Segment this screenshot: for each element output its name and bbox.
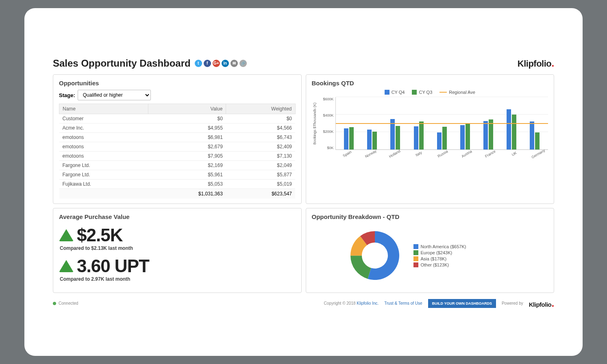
bar[interactable] — [460, 125, 465, 150]
twitter-icon[interactable]: t — [195, 60, 202, 67]
bar[interactable] — [349, 127, 354, 150]
gplus-icon[interactable]: G+ — [213, 60, 220, 67]
bar[interactable] — [414, 126, 418, 150]
table-row[interactable]: Customer$0$0 — [59, 114, 296, 124]
social-icons: t f G+ in ✉ 🔗 — [195, 60, 247, 67]
breakdown-title: Opportunity Breakdown - QTD — [312, 213, 548, 220]
total-weighted: $623,547 — [226, 189, 295, 199]
bar[interactable] — [512, 115, 516, 150]
opportunities-title: Opportunities — [59, 80, 296, 87]
email-icon[interactable]: ✉ — [231, 60, 238, 67]
kpi-upt-sub: Compared to 2.97K last month — [60, 276, 296, 282]
stage-label: Stage: — [59, 92, 75, 98]
trend-up-icon — [59, 229, 74, 241]
table-row[interactable]: Fargone Ltd.$2,169$2,049 — [59, 161, 296, 170]
stage-select[interactable]: Qualified or higher — [78, 90, 151, 100]
footer: Connected Copyright © 2018 Klipfolio Inc… — [53, 297, 554, 310]
total-value: $1,031,363 — [148, 189, 226, 199]
table-row[interactable]: emotoons$7,905$7,130 — [59, 152, 296, 161]
linkedin-icon[interactable]: in — [222, 60, 229, 67]
bar[interactable] — [466, 124, 470, 150]
bookings-title: Bookings QTD — [312, 80, 548, 87]
apv-panel: Average Purchase Value $2.5K Compared to… — [53, 208, 302, 293]
kpi-purchase-value: $2.5K — [77, 225, 122, 245]
col-value: Value — [148, 104, 226, 114]
donut-legend: North America ($657K)Europe ($243K)Asia … — [413, 243, 466, 269]
bar[interactable] — [396, 126, 400, 150]
connection-status: Connected — [59, 301, 78, 306]
col-weighted: Weighted — [226, 104, 295, 114]
trend-up-icon — [59, 260, 74, 272]
bar[interactable] — [535, 132, 540, 150]
opportunities-panel: Opportunities Stage: Qualified or higher… — [53, 74, 302, 204]
bar[interactable] — [372, 132, 377, 150]
brand-logo: Klipfolio — [518, 57, 554, 69]
table-row[interactable]: emotoons$2,679$2,409 — [59, 142, 296, 152]
footer-logo: Klipfolio — [529, 297, 554, 310]
bookings-legend: CY Q4 CY Q3 Regional Ave — [312, 90, 548, 95]
breakdown-panel: Opportunity Breakdown - QTD North Americ… — [306, 208, 555, 293]
donut-chart — [348, 229, 401, 282]
bar[interactable] — [442, 127, 447, 150]
apv-title: Average Purchase Value — [59, 213, 296, 220]
build-dashboard-button[interactable]: BUILD YOUR OWN DASHBOARDS — [428, 299, 496, 308]
table-row[interactable]: Acme Inc.$4,955$4,566 — [59, 124, 296, 133]
trust-link[interactable]: Trust & Terms of Use — [384, 301, 422, 306]
bar[interactable] — [489, 119, 493, 150]
kpi-purchase-sub: Compared to $2.13K last month — [60, 245, 296, 251]
bar[interactable] — [437, 132, 442, 150]
header: Sales Opportunity Dashboard t f G+ in ✉ … — [53, 57, 554, 69]
link-icon[interactable]: 🔗 — [239, 60, 247, 67]
opportunities-table: Name Value Weighted Customer$0$0Acme Inc… — [59, 104, 296, 199]
klipfolio-link[interactable]: Klipfolio Inc. — [357, 301, 379, 306]
bar[interactable] — [483, 121, 488, 150]
app-frame: Sales Opportunity Dashboard t f G+ in ✉ … — [24, 8, 583, 356]
donut-slice[interactable] — [350, 256, 371, 279]
y-axis-label: Bookings $Thousands (K) — [312, 97, 318, 150]
table-row[interactable]: Fujikawa Ltd.$5,053$5,019 — [59, 180, 296, 189]
bar[interactable] — [507, 109, 511, 150]
bar[interactable] — [367, 130, 372, 150]
kpi-upt-value: 3.60 UPT — [77, 256, 149, 276]
col-name: Name — [59, 104, 148, 114]
bookings-panel: Bookings QTD CY Q4 CY Q3 Regional Ave Bo… — [306, 74, 555, 204]
table-row[interactable]: Fargone Ltd.$5,961$5,877 — [59, 170, 296, 180]
bar[interactable] — [344, 128, 348, 150]
bar[interactable] — [419, 121, 424, 150]
status-dot-icon — [53, 302, 56, 305]
bar[interactable] — [530, 121, 534, 150]
table-row[interactable]: emotoons$6,981$6,743 — [59, 133, 296, 142]
facebook-icon[interactable]: f — [204, 60, 211, 67]
bar-plot-area — [335, 97, 548, 150]
powered-by-label: Powered by — [502, 301, 523, 306]
page-title: Sales Opportunity Dashboard — [53, 58, 191, 69]
